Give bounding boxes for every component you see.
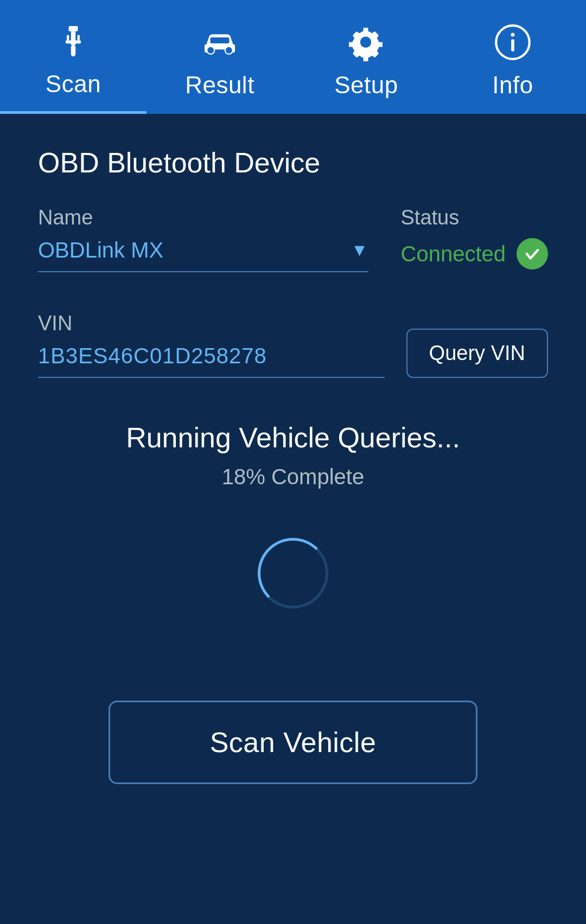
percent-text: 18% Complete: [222, 465, 364, 489]
vin-row: VIN 1B3ES46C01D258278 Query VIN: [38, 312, 548, 378]
nav-label-setup: Setup: [334, 72, 398, 99]
progress-section: Running Vehicle Queries... 18% Complete: [38, 421, 548, 657]
vin-value: 1B3ES46C01D258278: [38, 344, 267, 368]
nav-tab-result[interactable]: Result: [146, 0, 293, 114]
status-field-group: Status Connected: [401, 206, 548, 279]
section-title: OBD Bluetooth Device: [38, 146, 548, 179]
setup-icon: [345, 21, 388, 64]
svg-rect-3: [67, 35, 69, 40]
query-vin-button[interactable]: Query VIN: [406, 329, 548, 378]
svg-point-7: [225, 47, 233, 54]
svg-rect-4: [78, 35, 80, 40]
vin-label: VIN: [38, 312, 385, 335]
result-icon: [198, 21, 241, 64]
scan-vehicle-button[interactable]: Scan Vehicle: [109, 701, 477, 784]
svg-point-6: [207, 47, 214, 54]
svg-rect-2: [66, 40, 81, 43]
name-label: Name: [38, 206, 368, 229]
nav-tab-setup[interactable]: Setup: [293, 0, 440, 114]
info-icon: [491, 21, 534, 64]
svg-rect-8: [211, 37, 230, 43]
device-dropdown[interactable]: OBDLink MX ▼: [38, 238, 368, 272]
scan-icon: [52, 20, 95, 63]
nav-tab-info[interactable]: Info: [440, 0, 586, 114]
svg-rect-0: [69, 26, 78, 31]
nav-tab-scan[interactable]: Scan: [0, 0, 146, 114]
device-name-value: OBDLink MX: [38, 238, 346, 262]
status-value: Connected: [401, 242, 506, 266]
svg-point-11: [511, 33, 515, 37]
nav-label-result: Result: [185, 72, 254, 99]
nav-bar: Scan Result Setup: [0, 0, 586, 114]
vin-input-field: 1B3ES46C01D258278: [38, 344, 385, 378]
name-field-group: Name OBDLink MX ▼: [38, 206, 368, 272]
status-label: Status: [401, 206, 548, 229]
status-value-row: Connected: [401, 238, 548, 279]
main-content: OBD Bluetooth Device Name OBDLink MX ▼ S…: [0, 114, 586, 817]
nav-label-info: Info: [492, 72, 533, 99]
loading-spinner: [258, 538, 328, 608]
svg-rect-10: [511, 39, 514, 51]
svg-rect-5: [71, 45, 75, 56]
vin-field-group: VIN 1B3ES46C01D258278: [38, 312, 385, 378]
device-row: Name OBDLink MX ▼ Status Connected: [38, 206, 548, 279]
connected-status-icon: [517, 238, 548, 270]
running-text: Running Vehicle Queries...: [126, 421, 460, 454]
spinner-container: [252, 532, 334, 614]
nav-label-scan: Scan: [46, 70, 101, 98]
dropdown-arrow-icon: ▼: [351, 240, 368, 260]
